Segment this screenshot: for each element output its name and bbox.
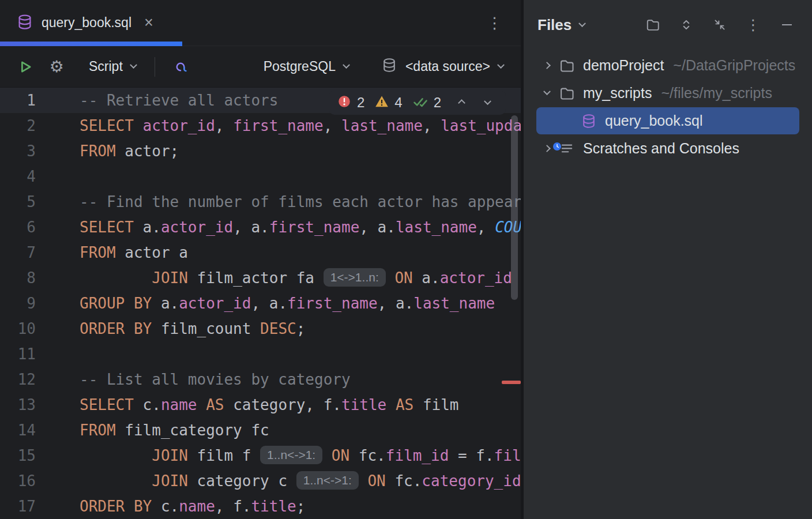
code-token: , <box>423 117 441 134</box>
code-line[interactable]: 16 JOIN category c 1..n<->1: ON fc.categ… <box>0 468 521 494</box>
code-line[interactable]: 3FROM actor; <box>0 138 521 164</box>
previous-problem-button[interactable] <box>451 93 472 112</box>
run-button[interactable] <box>13 54 38 80</box>
locate-file-button[interactable] <box>645 17 661 33</box>
attach-session-button[interactable] <box>168 54 193 80</box>
editor-scrollbar-thumb[interactable] <box>511 115 518 300</box>
code-line[interactable]: 8 JOIN film_actor fa 1<->1..n: ON a.acto… <box>0 265 521 291</box>
settings-button[interactable]: ⚙ <box>44 54 69 80</box>
expand-all-button[interactable] <box>678 17 694 33</box>
files-panel-title[interactable]: Files <box>537 16 572 34</box>
code-editor[interactable]: 1-- Retrieve all actors2SELECT actor_id,… <box>0 88 521 519</box>
code-token: category c <box>188 472 296 490</box>
dialect-dropdown[interactable]: PostgreSQL <box>258 59 355 74</box>
next-problem-button[interactable] <box>477 93 498 112</box>
code-token <box>322 447 332 464</box>
script-mode-dropdown[interactable]: Script <box>83 59 142 74</box>
hide-panel-button[interactable] <box>779 17 795 33</box>
line-number: 3 <box>0 138 36 164</box>
files-tool-window: Files ⋮ <box>521 0 812 519</box>
code-line[interactable]: 5-- Find the number of films each actor … <box>0 189 521 215</box>
panel-options-button[interactable]: ⋮ <box>745 17 761 33</box>
line-number: 16 <box>0 468 36 494</box>
passed-count: 2 <box>434 95 441 111</box>
warning-count: 4 <box>394 95 402 111</box>
line-number: 6 <box>0 215 36 240</box>
chevron-down-icon[interactable] <box>578 20 586 27</box>
error-icon <box>337 94 352 111</box>
code-line[interactable]: 4 <box>0 164 521 189</box>
code-line[interactable]: 7FROM actor a <box>0 240 521 265</box>
code-line[interactable]: 14FROM film_category fc <box>0 418 521 443</box>
collapse-all-button[interactable] <box>712 17 728 33</box>
gear-icon: ⚙ <box>49 57 63 76</box>
tree-row-scratches[interactable]: Scratches and Consoles <box>536 135 799 162</box>
tree-row-demo-project[interactable]: demoProject ~/DataGripProjects <box>536 52 799 79</box>
chevron-right-icon <box>543 145 551 152</box>
session-icon <box>172 58 189 76</box>
tree-row-query-book-sql[interactable]: query_book.sql <box>536 107 799 134</box>
passed-checks-icon <box>412 93 428 112</box>
code-line[interactable]: 12-- List all movies by category <box>0 367 521 392</box>
code-line[interactable]: 17ORDER BY c.name, f.title; <box>0 494 521 519</box>
code-line[interactable]: 10ORDER BY film_count DESC; <box>0 316 521 341</box>
node-name: Scratches and Consoles <box>583 140 739 157</box>
code-token: ; <box>296 320 306 337</box>
code-token: AS <box>206 396 224 413</box>
code-token: fc. <box>349 447 386 464</box>
code-token: SELECT <box>80 396 134 413</box>
code-token: category, f. <box>224 396 341 413</box>
code-token: JOIN <box>152 472 188 490</box>
code-token: actor_id <box>143 117 215 134</box>
code-token: , f. <box>215 498 251 515</box>
code-line[interactable]: 13SELECT c.name AS category, f.title AS … <box>0 392 521 418</box>
code-token: ORDER BY <box>80 498 152 515</box>
code-token: film <box>413 396 458 413</box>
toolbar-separator <box>155 57 155 77</box>
inspection-widget[interactable]: 2 4 2 <box>329 91 506 115</box>
chevron-down-icon <box>484 97 491 105</box>
code-line[interactable]: 2SELECT actor_id, first_name, last_name,… <box>0 113 521 138</box>
code-line[interactable]: 6SELECT a.actor_id, a.first_name, a.last… <box>0 215 521 240</box>
datasource-database-icon <box>381 57 397 77</box>
code-token: actor_id <box>161 219 233 236</box>
tab-query-book-sql[interactable]: query_book.sql × <box>0 0 159 46</box>
files-panel-toolbar: ⋮ <box>645 17 795 33</box>
code-token: -- List all movies by category <box>80 371 351 388</box>
line-number: 7 <box>0 240 36 265</box>
cardinality-hint: 1<->1..n: <box>324 268 386 287</box>
code-token: last_name <box>341 117 423 134</box>
file-tree: demoProject ~/DataGripProjects my_script… <box>524 50 812 163</box>
collapse-icon <box>712 17 727 32</box>
error-stripe-mark[interactable] <box>502 381 521 384</box>
code-token: title <box>341 396 386 413</box>
datasource-dropdown[interactable]: <data source> <box>375 57 509 77</box>
app-window: query_book.sql × ⋮ ⚙ Script Postg <box>0 0 812 519</box>
clock-badge-icon <box>553 137 561 154</box>
code-token: actor_id <box>440 269 512 287</box>
editor-more-options-icon[interactable]: ⋮ <box>487 14 502 32</box>
code-token: = f. <box>449 447 494 464</box>
code-token: actor a <box>116 244 188 261</box>
folder-name: demoProject <box>583 57 664 74</box>
code-line[interactable]: 11 <box>0 341 521 367</box>
line-number: 4 <box>0 164 36 189</box>
code-line[interactable]: 15 JOIN film f 1..n<->1: ON fc.film_id =… <box>0 443 521 468</box>
code-line[interactable]: 9GROUP BY a.actor_id, a.first_name, a.la… <box>0 291 521 316</box>
code-text: JOIN category c 1..n<->1: ON fc.category… <box>36 468 521 494</box>
dialect-label: PostgreSQL <box>264 59 336 74</box>
code-token: SELECT <box>80 219 134 236</box>
code-token <box>359 472 368 490</box>
editor-toolbar: ⚙ Script PostgreSQL <data source> <box>0 46 521 88</box>
collapse-handle[interactable] <box>536 91 557 96</box>
code-token: last_updat <box>441 117 521 134</box>
code-token: , a. <box>233 219 269 236</box>
chevron-down-icon <box>497 61 505 69</box>
line-number: 2 <box>0 113 36 138</box>
expand-handle[interactable] <box>536 63 557 68</box>
tree-row-my-scripts[interactable]: my_scripts ~/files/my_scripts <box>536 80 799 107</box>
code-token <box>386 269 395 287</box>
folder-name: my_scripts <box>583 85 652 101</box>
code-token: GROUP BY <box>80 295 152 312</box>
tab-close-icon[interactable]: × <box>144 15 153 31</box>
